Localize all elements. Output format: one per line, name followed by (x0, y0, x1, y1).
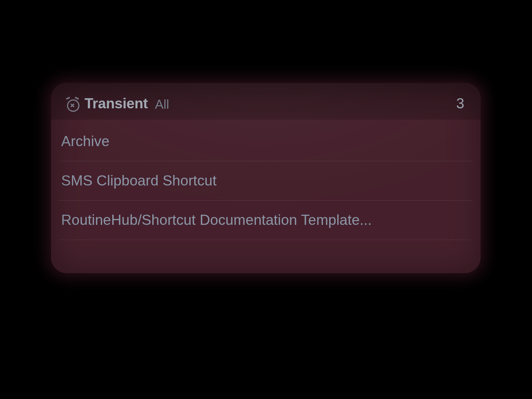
list-item-label: SMS Clipboard Shortcut (61, 173, 217, 189)
alarm-cancel-icon (65, 97, 80, 110)
widget-header[interactable]: Transient All 3 (51, 83, 481, 120)
widget-list: Archive SMS Clipboard Shortcut RoutineHu… (51, 120, 481, 240)
widget-filter-label[interactable]: All (155, 97, 169, 112)
list-item-label: RoutineHub/Shortcut Documentation Templa… (61, 212, 372, 228)
widget-item-count: 3 (456, 95, 467, 112)
list-item[interactable]: Archive (59, 122, 473, 161)
notes-widget-transient[interactable]: Transient All 3 Archive SMS Clipboard Sh… (51, 83, 481, 273)
header-icon-wrap (63, 97, 82, 110)
list-item-label: Archive (61, 133, 109, 150)
list-item[interactable]: RoutineHub/Shortcut Documentation Templa… (59, 201, 473, 240)
list-item[interactable]: SMS Clipboard Shortcut (59, 161, 473, 201)
widget-title: Transient (85, 95, 148, 112)
